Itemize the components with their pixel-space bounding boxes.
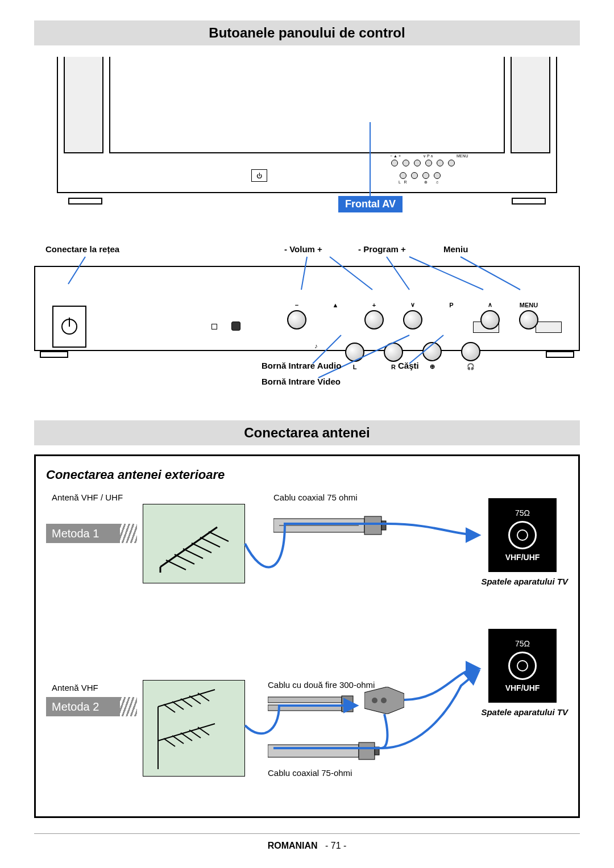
tv-mini-panel: − ▲ + ∨ P ∧ MENU L R ⊕ ♫: [368, 155, 482, 186]
svg-line-32: [198, 727, 209, 735]
footer-page-number: 71: [331, 841, 341, 850]
method-2-label: Metoda 2: [52, 700, 99, 713]
label-r: R: [391, 364, 396, 370]
svg-line-23: [172, 702, 184, 710]
antenna-image-2: [143, 680, 245, 777]
program-down-button[interactable]: [403, 310, 422, 329]
yagi-antenna-icon: [155, 516, 234, 573]
sym-vol-plus: +: [372, 302, 376, 308]
label-antenna-vhf: Antenă VHF: [52, 683, 98, 692]
ir-sensor-icon: [231, 322, 240, 331]
svg-rect-35: [268, 705, 342, 711]
tv-back-panel-2: 75Ω VHF/UHF: [488, 629, 557, 703]
svg-line-10: [166, 560, 186, 570]
back-band-label-1: VHF/UHF: [505, 553, 540, 562]
button-grid: − ▲ + ∨ P ∧ MENU ♪ L R ⊕ 🎧: [285, 301, 540, 370]
sym-prog-down: ∨: [410, 301, 415, 308]
method-2-tag: Metoda 2: [46, 697, 120, 716]
svg-line-22: [164, 704, 175, 712]
sym-vol-minus: −: [295, 302, 298, 308]
power-icon: [61, 319, 77, 335]
frontal-av-callout-line: [370, 122, 371, 202]
headphone-jack[interactable]: [461, 342, 480, 361]
stacked-yagi-icon: [147, 684, 243, 775]
label-audio-in: Bornă Intrare Audio: [262, 361, 341, 370]
svg-line-11: [175, 554, 194, 564]
tv-back-panel-1: 75Ω VHF/UHF: [488, 498, 557, 572]
power-button[interactable]: [52, 306, 86, 348]
power-indicator-icon: ⏻: [251, 169, 267, 182]
antenna-subheading: Conectarea antenei exterioare: [46, 468, 568, 482]
coax-jack-icon: [508, 521, 537, 549]
svg-line-30: [181, 733, 192, 741]
heading-antenna: Conectarea antenei: [34, 420, 580, 445]
method-1-row: Antenă VHF / UHF Metoda 1 Cablu coaxial …: [46, 493, 568, 629]
method-1-tag: Metoda 1: [46, 524, 120, 543]
audio-icon: ♪: [314, 343, 318, 349]
method-1-label: Metoda 1: [52, 527, 99, 540]
program-up-button[interactable]: [480, 310, 500, 329]
svg-line-13: [192, 543, 211, 553]
svg-line-28: [164, 738, 175, 746]
svg-line-12: [183, 549, 203, 558]
footer-sep-2: -: [343, 841, 346, 850]
twinlead-plug: [268, 692, 359, 727]
back-band-label-2: VHF/UHF: [505, 683, 540, 692]
svg-line-27: [158, 724, 215, 741]
svg-line-15: [209, 532, 229, 541]
antenna-diagram-box: Conectarea antenei exterioare Antenă VHF…: [34, 454, 580, 818]
volume-down-button[interactable]: [287, 310, 306, 329]
label-antenna-vhf-uhf: Antenă VHF / UHF: [52, 493, 123, 502]
label-program: - Program +: [358, 244, 406, 254]
antenna-image-1: [143, 504, 245, 583]
audio-in-r-button[interactable]: [384, 343, 403, 362]
coax-plug-2: [268, 737, 381, 771]
svg-rect-36: [342, 696, 353, 712]
label-coax-75: Cablu coaxial 75 ohmi: [273, 493, 358, 502]
front-panel-detail: Conectare la rețea - Volum + - Program +…: [34, 244, 580, 398]
balun-adapter-icon: [364, 687, 404, 714]
svg-line-25: [189, 696, 201, 704]
page-footer: ROMANIAN - 71 -: [0, 841, 614, 851]
label-coax-75b: Cablu coaxial 75-ohmi: [268, 768, 352, 778]
back-75-label-2: 75Ω: [515, 639, 530, 648]
label-menu: Meniu: [443, 244, 468, 254]
svg-line-21: [158, 690, 215, 707]
svg-rect-40: [268, 745, 359, 757]
headphone-icon: 🎧: [467, 363, 475, 370]
sym-menu: MENU: [520, 302, 538, 308]
svg-line-31: [189, 730, 201, 738]
svg-line-14: [200, 537, 220, 547]
frontal-av-badge: Frontal AV: [338, 196, 403, 212]
volume-up-button[interactable]: [364, 310, 384, 329]
label-headphones: Căşti: [398, 361, 419, 370]
footer-sep-1: -: [325, 841, 328, 850]
coax-plug-1: [273, 508, 387, 542]
back-75-label-1: 75Ω: [515, 508, 530, 518]
svg-rect-18: [364, 516, 381, 535]
label-volume: - Volum +: [284, 244, 322, 254]
svg-rect-19: [381, 521, 386, 530]
svg-line-29: [172, 736, 184, 744]
label-power: Conectare la rețea: [45, 244, 119, 254]
led-icon: [211, 324, 217, 329]
audio-in-l-button[interactable]: [345, 343, 364, 362]
method-2-row: 75Ω VHF/UHF Spatele aparatului TV Antenă…: [46, 629, 568, 799]
video-in-button[interactable]: [422, 342, 442, 361]
menu-button[interactable]: [519, 310, 538, 329]
svg-rect-41: [359, 742, 375, 760]
label-video-in: Bornă Intrare Video: [262, 377, 341, 386]
coax-jack-icon-2: [508, 652, 537, 680]
tv-back-label-2: Spatele aparatului TV: [481, 707, 568, 717]
footer-language: ROMANIAN: [268, 841, 318, 850]
sym-prog-p: P: [449, 302, 453, 308]
heading-panel: Butoanele panoului de control: [34, 20, 580, 45]
tv-illustration: ⏻ − ▲ + ∨ P ∧ MENU L R ⊕ ♫: [34, 57, 580, 205]
video-icon: ⊕: [430, 363, 435, 370]
svg-line-26: [198, 693, 209, 701]
footer-rule: [34, 833, 580, 834]
svg-rect-34: [268, 697, 342, 703]
tv-back-label-1: Spatele aparatului TV: [481, 577, 568, 586]
svg-line-24: [181, 699, 192, 707]
label-twin-300: Cablu cu două fire 300-ohmi: [268, 680, 375, 690]
